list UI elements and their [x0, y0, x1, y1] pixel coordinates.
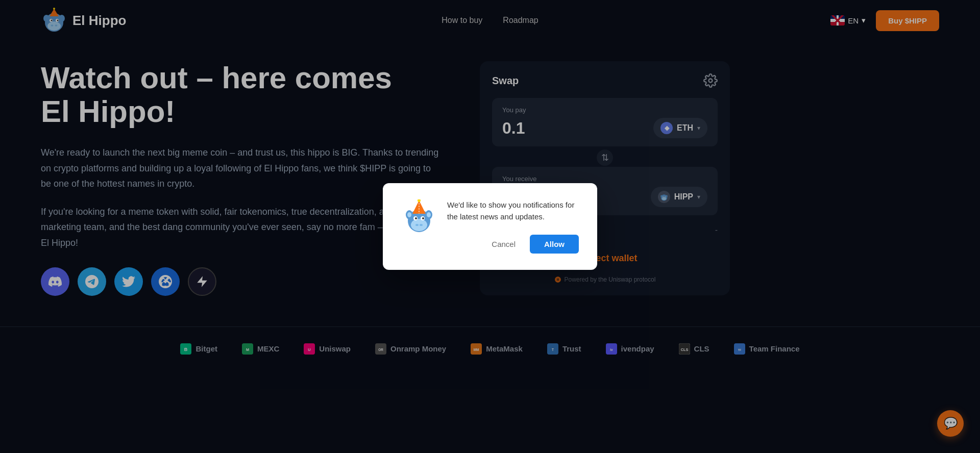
- svg-point-2: [407, 212, 411, 217]
- svg-point-8: [415, 217, 417, 219]
- svg-point-14: [418, 199, 421, 202]
- allow-button[interactable]: Allow: [530, 235, 579, 254]
- svg-point-11: [420, 224, 423, 226]
- svg-point-9: [422, 217, 424, 219]
- notification-logo: [401, 199, 437, 235]
- svg-point-5: [411, 219, 427, 231]
- notification-message: We'd like to show you notifications for …: [447, 199, 579, 222]
- notification-buttons: Cancel Allow: [447, 235, 579, 254]
- notification-popup: We'd like to show you notifications for …: [383, 183, 597, 270]
- cancel-button[interactable]: Cancel: [483, 235, 524, 254]
- svg-point-4: [427, 212, 431, 217]
- notification-content: We'd like to show you notifications for …: [447, 199, 579, 254]
- svg-point-10: [415, 224, 419, 226]
